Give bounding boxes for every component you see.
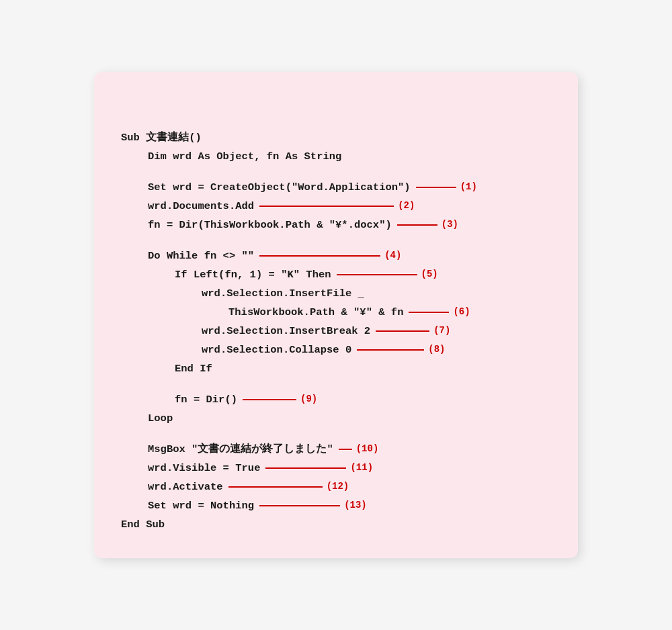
code-block: Sub 文書連結()Dim wrd As Object, fn As Strin…: [121, 93, 551, 535]
annotation-number: (7): [433, 323, 450, 339]
code-line-end-sub: End Sub: [121, 515, 551, 534]
code-text: Set wrd = Nothing: [148, 497, 254, 514]
annotation: (8): [357, 342, 445, 358]
spacer: [121, 428, 551, 440]
annotation-line: [243, 399, 296, 400]
annotation-number: (8): [428, 342, 445, 358]
code-line-add-doc: wrd.Documents.Add(2): [121, 197, 551, 216]
annotation-line: [376, 330, 429, 332]
code-text: wrd.Documents.Add: [148, 197, 254, 215]
annotation: (2): [259, 198, 415, 214]
code-text: ThisWorkbook.Path & "¥" & fn: [228, 304, 403, 321]
code-text: End Sub: [121, 516, 165, 533]
code-card: Sub 文書連結()Dim wrd As Object, fn As Strin…: [94, 72, 578, 559]
code-line-msgbox: MsgBox "文書の連結が終了しました"(10): [121, 440, 551, 459]
code-line-collapse: wrd.Selection.Collapse 0(8): [121, 341, 551, 359]
code-text: fn = Dir(ThisWorkbook.Path & "¥*.docx"): [148, 216, 392, 234]
code-line-set-wrd: Set wrd = CreateObject("Word.Application…: [121, 178, 551, 197]
annotation-number: (4): [384, 248, 401, 264]
code-line-dim-line: Dim wrd As Object, fn As String: [121, 147, 551, 166]
code-line-set-nothing: Set wrd = Nothing(13): [121, 496, 551, 515]
annotation-number: (6): [453, 304, 470, 320]
code-line-fn-dir2: fn = Dir()(9): [121, 390, 551, 409]
annotation-number: (10): [356, 441, 379, 457]
line-content: Sub 文書連結(): [121, 129, 551, 146]
line-content: wrd.Selection.InsertBreak 2(7): [202, 322, 551, 340]
annotation-line: [337, 274, 417, 275]
code-line-insert-file: wrd.Selection.InsertFile _: [121, 284, 551, 303]
annotation-number: (9): [300, 392, 317, 408]
annotation: (13): [259, 498, 367, 514]
line-content: fn = Dir(ThisWorkbook.Path & "¥*.docx")(…: [148, 216, 551, 234]
line-content: wrd.Selection.Collapse 0(8): [202, 341, 551, 359]
annotation: (5): [337, 267, 438, 283]
code-line-end-if: End If: [121, 359, 551, 378]
annotation: (9): [243, 392, 317, 408]
code-text: fn = Dir(): [175, 391, 237, 408]
annotation-line: [339, 449, 352, 450]
code-line-visible: wrd.Visible = True(11): [121, 459, 551, 478]
line-content: wrd.Selection.InsertFile _: [202, 285, 551, 302]
line-content: End If: [175, 360, 551, 377]
line-content: Set wrd = Nothing(13): [148, 497, 551, 514]
annotation-number: (11): [350, 460, 373, 476]
annotation-number: (2): [398, 198, 415, 214]
annotation-line: [265, 467, 346, 469]
code-text: Sub 文書連結(): [121, 129, 202, 146]
code-text: Loop: [148, 410, 173, 427]
code-text: Dim wrd As Object, fn As String: [148, 148, 341, 165]
line-content: Dim wrd As Object, fn As String: [148, 148, 551, 165]
annotation-number: (12): [327, 479, 349, 495]
code-line-loop: Loop: [121, 409, 551, 428]
annotation-line: [357, 349, 424, 351]
line-content: Set wrd = CreateObject("Word.Application…: [148, 179, 551, 196]
code-text: If Left(fn, 1) = "K" Then: [175, 266, 331, 283]
code-line-activate: wrd.Activate(12): [121, 478, 551, 496]
annotation-line: [397, 224, 437, 226]
annotation-number: (1): [460, 179, 477, 195]
annotation-line: [409, 312, 449, 313]
code-text: MsgBox "文書の連結が終了しました": [148, 441, 333, 458]
annotation: (7): [376, 323, 450, 339]
code-line-sub-def: Sub 文書連結(): [121, 128, 551, 147]
annotation: (11): [265, 460, 373, 476]
line-content: End Sub: [121, 516, 551, 533]
code-text: wrd.Visible = True: [148, 459, 260, 477]
line-content: wrd.Documents.Add(2): [148, 197, 551, 215]
annotation-line: [259, 505, 340, 506]
line-content: wrd.Activate(12): [148, 478, 551, 496]
code-text: wrd.Activate: [148, 478, 223, 496]
code-text: wrd.Selection.InsertFile _: [202, 285, 364, 302]
line-content: Loop: [148, 410, 551, 427]
spacer: [121, 378, 551, 390]
annotation-line: [259, 206, 394, 207]
annotation: (12): [228, 479, 349, 495]
annotation: (6): [409, 304, 470, 320]
annotation-number: (13): [344, 498, 367, 514]
annotation-line: [228, 486, 323, 488]
line-content: wrd.Visible = True(11): [148, 459, 551, 477]
code-text: wrd.Selection.Collapse 0: [202, 341, 351, 359]
code-line-this-wb: ThisWorkbook.Path & "¥" & fn(6): [121, 303, 551, 322]
annotation-line: [259, 255, 380, 257]
line-content: MsgBox "文書の連結が終了しました"(10): [148, 441, 551, 458]
line-content: Do While fn <> ""(4): [148, 247, 551, 265]
line-content: ThisWorkbook.Path & "¥" & fn(6): [228, 304, 551, 321]
code-line-if-left: If Left(fn, 1) = "K" Then(5): [121, 265, 551, 284]
code-line-insert-break: wrd.Selection.InsertBreak 2(7): [121, 322, 551, 341]
code-line-fn-dir: fn = Dir(ThisWorkbook.Path & "¥*.docx")(…: [121, 216, 551, 234]
annotation: (4): [259, 248, 401, 264]
annotation: (10): [339, 441, 379, 457]
code-text: wrd.Selection.InsertBreak 2: [202, 322, 370, 340]
code-line-do-while: Do While fn <> ""(4): [121, 246, 551, 265]
annotation-line: [416, 187, 456, 188]
code-text: Set wrd = CreateObject("Word.Application…: [148, 179, 411, 196]
line-content: If Left(fn, 1) = "K" Then(5): [175, 266, 551, 283]
spacer: [121, 234, 551, 246]
annotation: (1): [416, 179, 477, 195]
annotation-number: (5): [421, 267, 438, 283]
spacer: [121, 166, 551, 178]
code-text: Do While fn <> "": [148, 247, 254, 265]
code-text: End If: [175, 360, 212, 377]
annotation-number: (3): [442, 217, 458, 233]
